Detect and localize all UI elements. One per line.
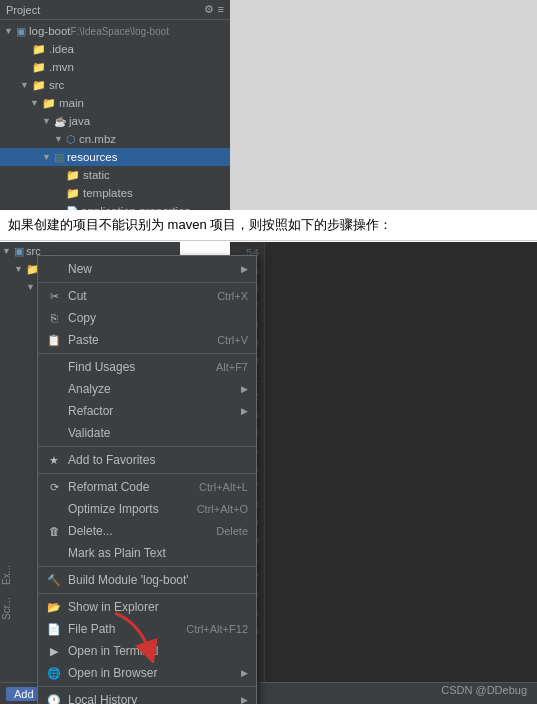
cm-markplain-left: Mark as Plain Text: [46, 545, 166, 561]
cm-localhistory-arrow: ▶: [241, 695, 248, 704]
idea-label: .idea: [49, 43, 74, 55]
tree-item-src[interactable]: ▼ 📁 src: [0, 76, 230, 94]
ext-label: Ex...: [0, 560, 14, 590]
bt-src-icon: ▣: [14, 245, 24, 258]
cm-item-localhistory[interactable]: 🕐 Local History ▶: [38, 689, 256, 704]
tree-item-logboot[interactable]: ▼ ▣ log-boot F:\IdeaSpace\log-boot: [0, 22, 230, 40]
cm-delete-shortcut: Delete: [216, 525, 248, 537]
tree-item-resources[interactable]: ▼ ▤ resources: [0, 148, 230, 166]
cm-item-findusages[interactable]: Find Usages Alt+F7: [38, 356, 256, 378]
cm-item-reformat[interactable]: ⟳ Reformat Code Ctrl+Alt+L: [38, 476, 256, 498]
cm-refactor-icon: [46, 403, 62, 419]
arrow-logboot: ▼: [4, 26, 16, 36]
tree-item-static[interactable]: 📁 static: [0, 166, 230, 184]
cm-item-refactor[interactable]: Refactor ▶: [38, 400, 256, 422]
cm-item-optimize[interactable]: Optimize Imports Ctrl+Alt+O: [38, 498, 256, 520]
cm-explorer-label: Show in Explorer: [68, 600, 159, 614]
tree-item-appprops[interactable]: 📄 application.properties: [0, 202, 230, 210]
cm-sep-3: [38, 446, 256, 447]
cm-item-analyze[interactable]: Analyze ▶: [38, 378, 256, 400]
tree-item-templates[interactable]: 📁 templates: [0, 184, 230, 202]
cm-favorites-left: ★ Add to Favorites: [46, 452, 155, 468]
cm-findusages-icon: [46, 359, 62, 375]
tree-item-mvn[interactable]: 📁 .mvn: [0, 58, 230, 76]
cm-item-build[interactable]: 🔨 Build Module 'log-boot': [38, 569, 256, 591]
cm-build-icon: 🔨: [46, 572, 62, 588]
cm-explorer-icon: 📂: [46, 599, 62, 615]
arrow-resources: ▼: [42, 152, 54, 162]
settings-icon[interactable]: ⚙: [204, 3, 214, 16]
tree-item-main[interactable]: ▼ 📁 main: [0, 94, 230, 112]
cm-delete-icon: 🗑: [46, 523, 62, 539]
cm-filepath-left: 📄 File Path: [46, 621, 115, 637]
cm-explorer-left: 📂 Show in Explorer: [46, 599, 159, 615]
cm-build-left: 🔨 Build Module 'log-boot': [46, 572, 189, 588]
cm-cut-label: Cut: [68, 289, 87, 303]
cm-browser-left: 🌐 Open in Browser: [46, 665, 157, 681]
cm-item-favorites[interactable]: ★ Add to Favorites: [38, 449, 256, 471]
cm-item-new[interactable]: New ▶: [38, 258, 256, 280]
cm-item-markplain[interactable]: Mark as Plain Text: [38, 542, 256, 564]
cm-terminal-icon: ▶: [46, 643, 62, 659]
cm-terminal-label: Open in Terminal: [68, 644, 159, 658]
tree-item-cnmbz[interactable]: ▼ ⬡ cn.mbz: [0, 130, 230, 148]
logboot-path: F:\IdeaSpace\log-boot: [71, 26, 169, 37]
cm-validate-left: Validate: [46, 425, 110, 441]
cm-validate-label: Validate: [68, 426, 110, 440]
cm-localhistory-left: 🕐 Local History: [46, 692, 137, 704]
cm-findusages-left: Find Usages: [46, 359, 135, 375]
cm-copy-icon: ⎘: [46, 310, 62, 326]
java-label: java: [69, 115, 90, 127]
cm-sep-2: [38, 353, 256, 354]
cm-reformat-label: Reformat Code: [68, 480, 149, 494]
static-label: static: [83, 169, 110, 181]
cm-delete-label: Delete...: [68, 524, 113, 538]
cm-paste-label: Paste: [68, 333, 99, 347]
cm-item-filepath[interactable]: 📄 File Path Ctrl+Alt+F12: [38, 618, 256, 640]
context-menu: New ▶ ✂ Cut Ctrl+X ⎘ Copy 📋 Paste Ctrl+V…: [37, 255, 257, 704]
cm-item-copy[interactable]: ⎘ Copy: [38, 307, 256, 329]
java-icon: ☕: [54, 116, 66, 127]
project-tree: ▼ ▣ log-boot F:\IdeaSpace\log-boot 📁 .id…: [0, 20, 230, 210]
cm-localhistory-label: Local History: [68, 693, 137, 704]
main-label: main: [59, 97, 84, 109]
logboot-icon: ▣: [16, 25, 26, 38]
bt-arrow-main: ▼: [14, 264, 26, 274]
menu-icon[interactable]: ≡: [218, 3, 224, 16]
cm-markplain-icon: [46, 545, 62, 561]
arrow-java: ▼: [42, 116, 54, 126]
tree-item-java[interactable]: ▼ ☕ java: [0, 112, 230, 130]
cm-markplain-label: Mark as Plain Text: [68, 546, 166, 560]
cm-item-cut[interactable]: ✂ Cut Ctrl+X: [38, 285, 256, 307]
cm-item-browser[interactable]: 🌐 Open in Browser ▶: [38, 662, 256, 684]
cm-item-validate[interactable]: Validate: [38, 422, 256, 444]
cm-browser-label: Open in Browser: [68, 666, 157, 680]
cm-analyze-arrow: ▶: [241, 384, 248, 394]
cm-copy-left: ⎘ Copy: [46, 310, 96, 326]
cm-analyze-left: Analyze: [46, 381, 111, 397]
cm-optimize-icon: [46, 501, 62, 517]
cm-new-left: New: [46, 261, 92, 277]
cm-filepath-label: File Path: [68, 622, 115, 636]
main-icon: 📁: [42, 97, 56, 110]
project-panel: Project ⚙ ≡ ▼ ▣ log-boot F:\IdeaSpace\lo…: [0, 0, 230, 210]
cm-item-terminal[interactable]: ▶ Open in Terminal: [38, 640, 256, 662]
code-area: 54 55 56 57 58 59 60 61 62 63 64 65 66 6…: [230, 242, 537, 704]
cm-new-arrow: ▶: [241, 264, 248, 274]
templates-icon: 📁: [66, 187, 80, 200]
cm-refactor-arrow: ▶: [241, 406, 248, 416]
cm-item-paste[interactable]: 📋 Paste Ctrl+V: [38, 329, 256, 351]
cm-reformat-shortcut: Ctrl+Alt+L: [199, 481, 248, 493]
cm-copy-label: Copy: [68, 311, 96, 325]
cm-item-delete[interactable]: 🗑 Delete... Delete: [38, 520, 256, 542]
cm-cut-shortcut: Ctrl+X: [217, 290, 248, 302]
cm-item-explorer[interactable]: 📂 Show in Explorer: [38, 596, 256, 618]
cm-favorites-label: Add to Favorites: [68, 453, 155, 467]
cm-reformat-left: ⟳ Reformat Code: [46, 479, 149, 495]
cm-filepath-icon: 📄: [46, 621, 62, 637]
cm-paste-shortcut: Ctrl+V: [217, 334, 248, 346]
cm-delete-left: 🗑 Delete...: [46, 523, 113, 539]
cm-paste-icon: 📋: [46, 332, 62, 348]
tree-item-idea[interactable]: 📁 .idea: [0, 40, 230, 58]
scr-label: Scr...: [0, 594, 14, 624]
